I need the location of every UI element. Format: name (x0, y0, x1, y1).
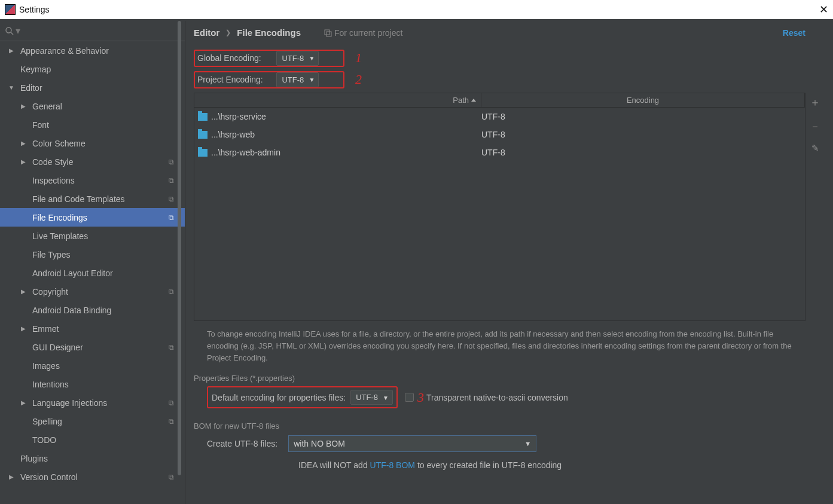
folder-icon (198, 113, 208, 121)
annotation-box-2: Project Encoding: UTF-8▼ (194, 71, 344, 88)
sidebar-item-label: Version Control (20, 472, 78, 482)
sidebar-item-live-templates[interactable]: ▶Live Templates (0, 227, 185, 245)
sidebar-item-plugins[interactable]: ▶Plugins (0, 449, 185, 468)
sidebar-item-label: Plugins (20, 454, 48, 463)
caret-down-icon: ▼ (309, 77, 315, 83)
sidebar: ▾ ▶Appearance & Behavior▶Keymap▼Editor▶G… (0, 21, 185, 504)
sidebar-item-color-scheme[interactable]: ▶Color Scheme (0, 134, 185, 152)
table-row[interactable]: ...\hsrp-serviceUTF-8 (194, 108, 805, 126)
sidebar-item-inspections[interactable]: ▶Inspections⧉ (0, 171, 185, 190)
sidebar-item-font[interactable]: ▶Font (0, 115, 185, 134)
sidebar-item-label: Appearance & Behavior (20, 46, 109, 56)
annotation-box-3: Default encoding for properties files: U… (207, 386, 398, 408)
utf8-bom-link[interactable]: UTF-8 BOM (370, 460, 415, 470)
sidebar-item-spelling[interactable]: ▶Spelling⧉ (0, 412, 185, 430)
sidebar-item-label: Font (32, 120, 49, 130)
sidebar-item-editor[interactable]: ▼Editor (0, 78, 185, 97)
global-encoding-dropdown[interactable]: UTF-8▼ (276, 51, 319, 66)
help-text: To change encoding IntelliJ IDEA uses fo… (194, 321, 805, 371)
project-scope-icon: ⧉ (169, 417, 174, 426)
search-input[interactable]: ▾ (0, 21, 185, 41)
column-header-encoding[interactable]: Encoding (481, 93, 805, 107)
sidebar-item-android-layout-editor[interactable]: ▶Android Layout Editor (0, 264, 185, 282)
path-cell-text: ...\hsrp-service (211, 112, 266, 121)
project-scope-icon: ⧉ (169, 176, 174, 185)
sidebar-item-keymap[interactable]: ▶Keymap (0, 60, 185, 78)
sidebar-item-language-injections[interactable]: ▶Language Injections⧉ (0, 393, 185, 412)
sidebar-item-file-encodings[interactable]: ▶File Encodings⧉ (0, 208, 185, 227)
svg-point-0 (6, 28, 11, 33)
transparent-ascii-label: Transparent native-to-ascii conversion (426, 393, 568, 402)
search-icon (5, 26, 14, 36)
project-scope-icon: ⧉ (169, 343, 174, 352)
sidebar-item-label: Code Style (32, 157, 73, 167)
breadcrumb-editor[interactable]: Editor (194, 28, 219, 38)
sidebar-item-emmet[interactable]: ▶Emmet (0, 319, 185, 338)
path-cell-text: ...\hsrp-web-admin (211, 148, 280, 157)
tree-arrow-icon: ▼ (8, 84, 14, 91)
sidebar-item-version-control[interactable]: ▶Version Control⧉ (0, 468, 185, 486)
sidebar-item-label: Language Injections (32, 398, 107, 408)
sidebar-item-android-data-binding[interactable]: ▶Android Data Binding (0, 301, 185, 319)
settings-panel: Editor ❯ File Encodings For current proj… (185, 21, 833, 504)
tree-arrow-icon: ▶ (20, 325, 26, 332)
sidebar-item-code-style[interactable]: ▶Code Style⧉ (0, 152, 185, 171)
sidebar-item-label: Inspections (32, 176, 75, 185)
project-encoding-dropdown[interactable]: UTF-8▼ (276, 72, 319, 87)
annotation-box-1: Global Encoding: UTF-8▼ (194, 50, 344, 67)
annotation-number-1: 1 (355, 50, 362, 66)
sidebar-item-images[interactable]: ▶Images (0, 356, 185, 375)
sidebar-item-copyright[interactable]: ▶Copyright⧉ (0, 282, 185, 301)
properties-encoding-dropdown[interactable]: UTF-8▼ (350, 390, 393, 405)
sidebar-item-todo[interactable]: ▶TODO (0, 430, 185, 449)
sidebar-item-general[interactable]: ▶General (0, 97, 185, 115)
sidebar-item-label: Editor (20, 83, 42, 93)
table-row[interactable]: ...\hsrp-webUTF-8 (194, 126, 805, 143)
transparent-ascii-checkbox[interactable] (405, 393, 414, 402)
sidebar-item-label: Emmet (32, 324, 59, 334)
project-scope-icon: ⧉ (169, 213, 174, 222)
sidebar-item-label: Live Templates (32, 231, 88, 241)
sidebar-item-gui-designer[interactable]: ▶GUI Designer⧉ (0, 338, 185, 356)
bom-dropdown[interactable]: with NO BOM ▼ (288, 435, 536, 452)
reset-button[interactable]: Reset (783, 28, 805, 38)
folder-icon (198, 131, 208, 139)
tree-arrow-icon: ▶ (20, 399, 26, 406)
sidebar-item-label: General (32, 102, 62, 111)
bom-section-title: BOM for new UTF-8 files (194, 421, 805, 430)
encoding-table: Path Encoding ...\hsrp-serviceUTF-8...\h… (194, 93, 805, 321)
tree-arrow-icon: ▶ (20, 158, 26, 165)
chevron-right-icon: ❯ (225, 29, 231, 36)
scrollbar-thumb[interactable] (178, 21, 181, 475)
table-add-button[interactable]: ＋ (810, 95, 820, 109)
sidebar-item-appearance-behavior[interactable]: ▶Appearance & Behavior (0, 41, 185, 60)
titlebar: Settings ✕ (0, 0, 833, 19)
properties-section-title: Properties Files (*.properties) (194, 374, 805, 383)
svg-rect-3 (327, 32, 331, 36)
tree-arrow-icon: ▶ (20, 140, 26, 146)
column-header-path[interactable]: Path (194, 93, 481, 107)
table-edit-button[interactable]: ✎ (811, 143, 819, 154)
project-encoding-label: Project Encoding: (197, 75, 274, 84)
sidebar-item-file-and-code-templates[interactable]: ▶File and Code Templates⧉ (0, 190, 185, 208)
sidebar-item-intentions[interactable]: ▶Intentions (0, 375, 185, 393)
sort-asc-icon (471, 99, 476, 102)
app-icon (5, 4, 16, 15)
project-scope-icon: ⧉ (169, 473, 174, 481)
project-scope-icon: ⧉ (169, 158, 174, 166)
sidebar-item-label: TODO (32, 435, 56, 445)
sidebar-item-label: File and Code Templates (32, 194, 125, 204)
table-remove-button[interactable]: － (810, 119, 820, 133)
sidebar-item-label: Copyright (32, 287, 68, 297)
caret-down-icon: ▼ (524, 440, 531, 447)
sidebar-item-file-types[interactable]: ▶File Types (0, 245, 185, 264)
tree-arrow-icon: ▶ (8, 47, 14, 54)
close-icon[interactable]: ✕ (819, 4, 828, 15)
svg-line-1 (11, 32, 13, 35)
project-scope-icon: ⧉ (169, 195, 174, 203)
encoding-cell-text: UTF-8 (481, 112, 805, 121)
folder-icon (198, 149, 208, 157)
table-row[interactable]: ...\hsrp-web-adminUTF-8 (194, 143, 805, 161)
tree-arrow-icon: ▶ (20, 288, 26, 295)
sidebar-item-label: File Types (32, 250, 71, 259)
